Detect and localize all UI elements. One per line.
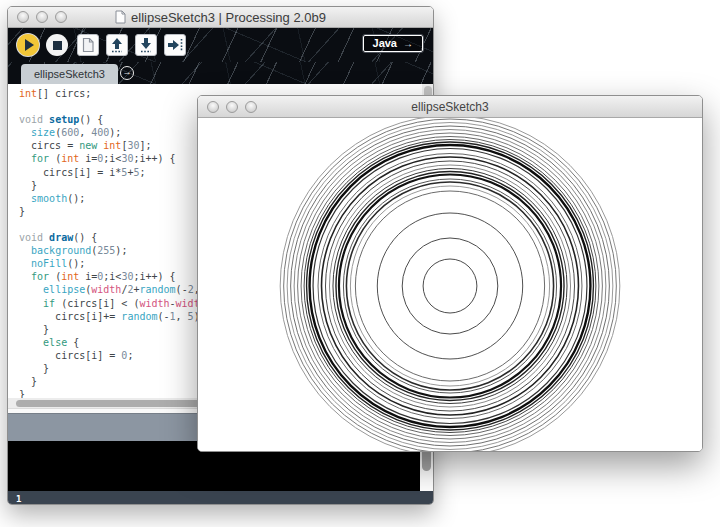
status-bar: 1 <box>8 491 433 505</box>
ide-titlebar[interactable]: ellipseSketch3 | Processing 2.0b9 <box>8 7 433 28</box>
zoom-button[interactable] <box>55 11 67 23</box>
sketch-canvas <box>198 118 702 452</box>
new-sketch-button[interactable] <box>77 34 99 56</box>
tab-label: ellipseSketch3 <box>34 68 105 80</box>
window-controls <box>17 11 67 23</box>
stop-icon <box>53 41 62 50</box>
ide-title: ellipseSketch3 | Processing 2.0b9 <box>8 10 433 25</box>
run-button[interactable] <box>17 34 39 56</box>
open-arrow-up-icon <box>110 37 124 53</box>
tab-ellipsesketch3[interactable]: ellipseSketch3 <box>21 64 118 84</box>
tab-menu-button[interactable]: → <box>120 66 134 80</box>
sketch-titlebar[interactable]: ellipseSketch3 <box>198 96 702 118</box>
open-button[interactable] <box>106 34 128 56</box>
ide-title-label: ellipseSketch3 | Processing 2.0b9 <box>131 10 326 25</box>
sketch-output-window: ellipseSketch3 <box>197 95 703 452</box>
mode-selector-button[interactable]: Java → <box>363 35 423 52</box>
save-button[interactable] <box>135 34 157 56</box>
sketch-title-label: ellipseSketch3 <box>411 100 488 114</box>
stop-button[interactable] <box>46 34 68 56</box>
save-arrow-down-icon <box>139 37 153 53</box>
tab-menu-arrow-icon: → <box>123 67 132 77</box>
toolbar: Java → <box>8 28 433 62</box>
concentric-circles-drawing <box>198 118 702 452</box>
mode-arrow-icon: → <box>403 38 413 49</box>
line-number-indicator: 1 <box>16 494 21 504</box>
minimize-button[interactable] <box>226 101 238 113</box>
close-button[interactable] <box>17 11 29 23</box>
export-button[interactable] <box>164 34 186 56</box>
export-arrow-right-icon <box>167 38 183 52</box>
zoom-button[interactable] <box>245 101 257 113</box>
tab-bar: ellipseSketch3 → <box>8 62 433 84</box>
close-button[interactable] <box>207 101 219 113</box>
minimize-button[interactable] <box>36 11 48 23</box>
mode-label: Java <box>373 37 397 49</box>
document-icon <box>115 10 126 24</box>
new-file-icon <box>81 37 95 53</box>
window-controls <box>207 101 257 113</box>
play-icon <box>25 39 34 51</box>
